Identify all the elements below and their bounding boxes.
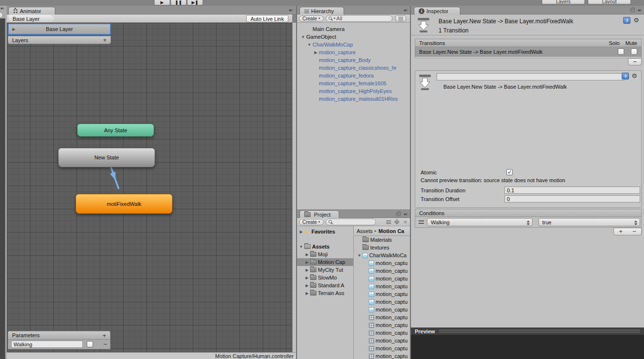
project-folder[interactable]: ▶ Moji <box>297 250 353 258</box>
remove-parameter-button[interactable]: − <box>103 341 107 348</box>
fold-arrow-icon[interactable]: ▶ <box>304 283 310 288</box>
transition-name-field[interactable] <box>437 73 625 80</box>
project-search[interactable] <box>326 219 376 225</box>
search-filter-arrow-icon[interactable]: ▾ <box>334 16 336 20</box>
tab-animator[interactable]: Animator <box>8 7 55 15</box>
fold-arrow-icon[interactable]: ▼ <box>298 245 304 249</box>
project-file[interactable]: motion_captu <box>354 306 410 313</box>
hierarchy-item[interactable]: motion_capture_malesuit01HRes <box>297 95 410 103</box>
state-machine-graph[interactable]: Any State New State motiFixedWalk ▶ Base… <box>7 23 292 352</box>
hierarchy-item[interactable]: ▼ CharWalkMoCap <box>297 41 410 48</box>
project-folder[interactable]: ▶ Terrain Ass <box>297 289 353 297</box>
remove-transition-button[interactable]: − <box>628 58 642 65</box>
tab-inspector[interactable]: i Inspector <box>414 7 460 15</box>
project-folder[interactable]: ▶ SlowMo <box>297 274 353 281</box>
panel-menu-icon[interactable]: ▾≡ <box>404 212 407 217</box>
tab-project[interactable]: Project <box>299 210 339 219</box>
project-file[interactable]: motion_captu <box>354 329 410 337</box>
panel-menu-icon[interactable]: ▾≡ <box>289 8 292 13</box>
project-file[interactable]: motion_captu <box>354 282 410 290</box>
lock-icon[interactable] <box>396 213 401 216</box>
lock-icon[interactable] <box>630 9 635 12</box>
project-file[interactable]: ▼ CharWalkMoCa <box>354 251 410 259</box>
fold-arrow-icon[interactable]: ▶ <box>298 230 304 234</box>
hierarchy-item[interactable]: Main Camera <box>297 25 410 33</box>
fold-arrow-icon[interactable]: ▶ <box>11 27 17 31</box>
help-icon[interactable]: ? <box>623 17 630 24</box>
preview-header[interactable]: Preview <box>411 328 644 335</box>
hierarchy-item[interactable]: ▼ GameObject <box>297 33 410 41</box>
hierarchy-search[interactable]: ▾ <box>326 15 393 22</box>
hierarchy-item[interactable]: ▶ motion_capture <box>297 48 410 56</box>
project-file[interactable]: motion_captu <box>354 298 410 306</box>
mute-checkbox[interactable] <box>631 48 637 55</box>
favorites-root[interactable]: ▶ ★ Favorites <box>297 228 353 235</box>
project-file[interactable]: motion_captu <box>354 290 410 298</box>
preview-resize-grip[interactable] <box>439 330 640 332</box>
create-button[interactable]: Create ▾ <box>299 16 324 22</box>
parameters-header[interactable]: Parameters + <box>8 331 110 340</box>
fold-arrow-icon[interactable]: ▶ <box>304 291 310 296</box>
fold-arrow-icon[interactable]: ▼ <box>300 35 306 39</box>
create-button[interactable]: Create ▾ <box>299 219 324 225</box>
fold-arrow-icon[interactable]: ▶ <box>304 276 310 280</box>
panel-menu-icon[interactable]: ▾≡ <box>404 8 407 13</box>
add-parameter-button[interactable]: + <box>102 332 106 339</box>
search-input[interactable] <box>334 219 373 225</box>
solo-checkbox[interactable] <box>618 48 624 55</box>
project-file[interactable]: motion_captu <box>354 321 410 329</box>
fold-arrow-icon[interactable]: ▼ <box>306 43 313 47</box>
state-node-any-state[interactable]: Any State <box>77 124 154 137</box>
auto-live-link-button[interactable]: Auto Live Link <box>246 15 288 22</box>
project-file[interactable]: motion_captu <box>354 267 410 275</box>
add-layer-button[interactable]: + <box>103 36 107 44</box>
fold-arrow-icon[interactable]: ▶ <box>304 268 310 272</box>
assets-root[interactable]: ▼ Assets <box>297 243 353 250</box>
project-file[interactable]: motion_captu <box>354 259 410 267</box>
gear-icon[interactable]: ⚙ <box>631 73 637 79</box>
parameter-bool-checkbox[interactable] <box>87 341 93 347</box>
layers-dropdown[interactable]: Layers <box>542 0 585 4</box>
gear-icon[interactable]: ⚙ <box>633 17 639 24</box>
step-button[interactable]: ▶❚ <box>187 0 203 5</box>
graph-vertical-scrollbar[interactable] <box>292 23 296 352</box>
remove-condition-button[interactable]: − <box>628 228 641 235</box>
search-by-type-icon[interactable] <box>386 220 391 224</box>
project-file[interactable]: Materials <box>354 236 410 244</box>
tab-hierarchy[interactable]: Hierarchy <box>299 7 344 15</box>
fold-arrow-icon[interactable]: ▶ <box>304 260 310 265</box>
drag-handle-icon[interactable] <box>419 220 424 224</box>
transition-offset-field[interactable] <box>504 195 640 203</box>
project-file[interactable]: motion_captu <box>354 352 410 359</box>
transition-duration-field[interactable] <box>504 187 640 194</box>
label-icon[interactable] <box>394 219 400 224</box>
project-folder[interactable]: ▶ Motion Cap <box>297 258 353 266</box>
breadcrumb-assets[interactable]: Assets <box>357 228 373 234</box>
parameter-name-input[interactable] <box>11 341 83 348</box>
add-condition-button[interactable]: + <box>614 228 628 235</box>
hierarchy-item[interactable]: motion_capture_fedora <box>297 72 410 79</box>
favorites-filter-icon[interactable]: ★ <box>403 219 408 225</box>
help-icon[interactable]: ? <box>622 73 629 79</box>
fold-arrow-icon[interactable]: ▶ <box>313 50 319 55</box>
project-file[interactable]: motion_captu <box>354 275 410 282</box>
atomic-checkbox[interactable] <box>506 169 513 175</box>
base-layer-row[interactable]: ▶ Base Layer <box>8 23 111 35</box>
project-folder[interactable]: ▶ MyCity Tut <box>297 266 353 274</box>
play-button[interactable]: ▶ <box>154 0 170 5</box>
hierarchy-item[interactable]: motion_capture_female1605 <box>297 79 410 87</box>
layout-dropdown[interactable]: Layout <box>588 0 631 4</box>
panel-menu-icon[interactable]: ▾≡ <box>638 8 641 13</box>
hierarchy-item[interactable]: motion_capture_classicshoes_hr <box>297 64 410 72</box>
sort-icon[interactable] <box>395 16 406 22</box>
breadcrumb[interactable]: Base Layer <box>9 15 55 22</box>
project-file[interactable]: motion_captu <box>354 337 410 344</box>
hierarchy-item[interactable]: motion_capture_Body <box>297 56 410 64</box>
search-input[interactable] <box>336 16 389 21</box>
fold-arrow-icon[interactable]: ▼ <box>356 253 362 258</box>
project-file[interactable]: textures <box>354 244 410 251</box>
project-folder[interactable]: ▶ Standard A <box>297 281 353 289</box>
pause-button[interactable]: ❚❚ <box>171 0 187 5</box>
panel-menu-icon[interactable]: ▾≡ <box>0 6 4 11</box>
transition-row-selected[interactable]: Base Layer.New State -> Base Layer.motiF… <box>415 47 642 57</box>
